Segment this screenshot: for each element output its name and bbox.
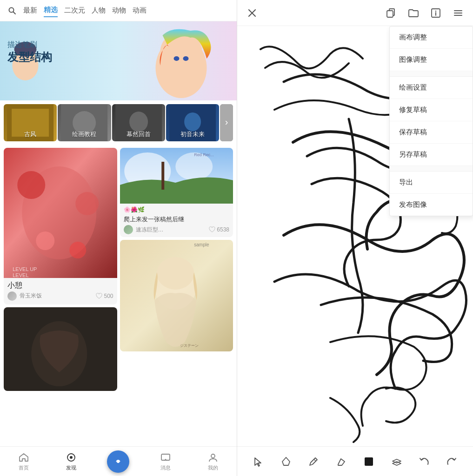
- likes-landscape: 6538: [209, 226, 229, 233]
- art-card-landscape[interactable]: Red Rec... 🌸🌺🌿 爬上来发一张稿然后继 速冻巨型… 6538: [120, 148, 233, 237]
- nav-discover-label: 发现: [66, 464, 76, 471]
- card-info-landscape: 🌸🌺🌿 爬上来发一张稿然后继 速冻巨型… 6538: [120, 204, 233, 237]
- banner[interactable]: 描边笔刷 发型结构: [0, 21, 237, 100]
- menu-item-save-draft[interactable]: 保存草稿: [390, 121, 473, 144]
- svg-rect-33: [161, 162, 164, 190]
- svg-point-37: [157, 257, 194, 290]
- author-xiqin: 骨玉米饭: [20, 292, 93, 300]
- nav-profile[interactable]: 我的: [189, 452, 237, 471]
- svg-text:LEVEL: LEVEL: [13, 272, 28, 278]
- category-gufeng[interactable]: 古风: [4, 104, 57, 141]
- nav-fab[interactable]: [95, 450, 142, 473]
- menu-item-repair-draft[interactable]: 修复草稿: [390, 99, 473, 121]
- tab-featured[interactable]: 精选: [44, 4, 58, 17]
- svg-point-24: [36, 231, 54, 250]
- profile-icon: [207, 452, 219, 463]
- card-meta-xiqin: 骨玉米饭 500: [7, 291, 113, 301]
- search-button[interactable]: [6, 4, 19, 17]
- svg-point-25: [69, 242, 86, 258]
- menu-button[interactable]: [451, 6, 466, 20]
- bottom-nav: 首页 发现 消息: [0, 446, 237, 476]
- home-icon: [18, 452, 29, 463]
- dropdown-menu: 画布调整 图像调整 绘画设置 修复草稿 保存草稿 另存草稿 导出 发布图像: [389, 26, 473, 216]
- author-landscape: 速冻巨型…: [136, 226, 207, 234]
- nav-home[interactable]: 首页: [0, 452, 47, 471]
- art-card-xiqin[interactable]: LEVEL UP LEVEL 小憩 骨玉米饭 500: [4, 148, 117, 304]
- fab-button[interactable]: [107, 450, 129, 473]
- message-icon: [160, 452, 171, 463]
- svg-line-56: [314, 459, 316, 461]
- canvas-area[interactable]: 画布调整 图像调整 绘画设置 修复草稿 保存草稿 另存草稿 导出 发布图像: [237, 26, 473, 446]
- svg-point-41: [70, 456, 73, 459]
- likes-xiqin: 500: [96, 293, 113, 299]
- card-meta-landscape: 速冻巨型… 6538: [124, 225, 230, 234]
- svg-text:sample: sample: [194, 242, 209, 247]
- toolbar-bottom: [237, 446, 473, 476]
- svg-point-9: [183, 56, 189, 61]
- color-picker[interactable]: [360, 453, 377, 470]
- tab-character[interactable]: 人物: [92, 4, 106, 17]
- svg-text:LEVEL UP: LEVEL UP: [13, 266, 37, 272]
- category-miku[interactable]: 初音未来: [166, 104, 219, 141]
- menu-divider-1: [390, 71, 473, 77]
- svg-point-15: [129, 112, 148, 132]
- info-button[interactable]: [428, 6, 443, 20]
- nav-home-label: 首页: [19, 464, 29, 471]
- svg-line-1: [13, 12, 16, 14]
- menu-item-save-as[interactable]: 另存草稿: [390, 144, 473, 166]
- layers-tool[interactable]: [388, 453, 405, 470]
- tab-animal[interactable]: 动物: [112, 4, 126, 17]
- svg-rect-57: [365, 457, 373, 466]
- art-card-dark[interactable]: [4, 307, 117, 391]
- svg-text:ジステーン: ジステーン: [180, 344, 199, 348]
- toolbar-right: [384, 6, 466, 20]
- lasso-tool[interactable]: [278, 453, 294, 470]
- menu-item-export[interactable]: 导出: [390, 172, 473, 194]
- svg-text:Red Rec...: Red Rec...: [194, 152, 214, 157]
- right-panel: 画布调整 图像调整 绘画设置 修复草稿 保存草稿 另存草稿 导出 发布图像: [237, 0, 473, 476]
- menu-item-draw-settings[interactable]: 绘画设置: [390, 77, 473, 99]
- tab-latest[interactable]: 最新: [23, 4, 37, 17]
- pen-tool[interactable]: [305, 453, 322, 470]
- svg-rect-48: [387, 11, 393, 17]
- nav-discover[interactable]: 发现: [47, 452, 95, 471]
- nav-message[interactable]: 消息: [142, 452, 189, 471]
- select-tool[interactable]: [250, 453, 267, 470]
- card-title-landscape: 🌸🌺🌿: [124, 206, 230, 214]
- svg-point-8: [174, 56, 180, 61]
- folder-button[interactable]: [406, 6, 421, 20]
- menu-divider-2: [390, 166, 473, 172]
- svg-point-45: [211, 454, 215, 458]
- nav-profile-label: 我的: [208, 464, 218, 471]
- svg-point-43: [117, 460, 120, 463]
- toolbar-top: [237, 0, 473, 26]
- svg-text:›: ›: [225, 117, 228, 127]
- banner-line2: 发型结构: [7, 50, 52, 65]
- close-button[interactable]: [245, 6, 260, 20]
- tab-animation[interactable]: 动画: [133, 4, 147, 17]
- left-column: LEVEL UP LEVEL 小憩 骨玉米饭 500: [4, 148, 117, 443]
- undo-button[interactable]: [416, 453, 433, 470]
- banner-line1: 描边笔刷: [7, 40, 52, 50]
- left-panel: 最新 精选 二次元 人物 动物 动画: [0, 0, 237, 476]
- menu-item-image-adjust[interactable]: 图像调整: [390, 49, 473, 71]
- banner-text: 描边笔刷 发型结构: [7, 40, 52, 65]
- avatar-landscape: [124, 225, 133, 234]
- menu-item-publish[interactable]: 发布图像: [390, 194, 473, 216]
- category-more[interactable]: ›: [220, 104, 233, 141]
- top-nav: 最新 精选 二次元 人物 动物 动画: [0, 0, 237, 21]
- card-title-xiqin: 小憩 骨玉米饭 500: [4, 278, 117, 304]
- nav-tabs: 最新 精选 二次元 人物 动物 动画: [23, 4, 231, 17]
- redo-button[interactable]: [443, 453, 460, 470]
- category-tutorial[interactable]: 绘画教程: [58, 104, 111, 141]
- avatar-xiqin: [7, 291, 17, 301]
- eraser-tool[interactable]: [333, 453, 350, 470]
- art-card-lolita[interactable]: sample ジステーン: [120, 240, 233, 351]
- svg-point-22: [17, 171, 45, 199]
- menu-item-canvas[interactable]: 画布调整: [390, 26, 473, 49]
- svg-point-17: [184, 112, 201, 131]
- copy-button[interactable]: [384, 6, 399, 20]
- tab-anime[interactable]: 二次元: [64, 4, 85, 17]
- card-emoji: 🌸🌺🌿: [124, 206, 145, 213]
- category-moran[interactable]: 幕然回首: [112, 104, 165, 141]
